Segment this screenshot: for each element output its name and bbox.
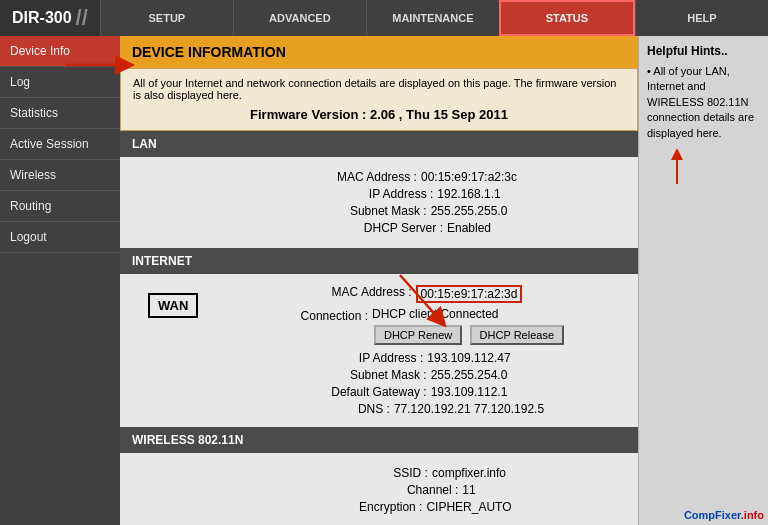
wireless-ssid-label: SSID : xyxy=(252,466,432,480)
sidebar-item-log[interactable]: Log xyxy=(0,67,120,98)
wan-label: WAN xyxy=(148,293,198,318)
top-nav: DIR-300 // SETUP ADVANCED MAINTENANCE ST… xyxy=(0,0,768,36)
wireless-channel-label: Channel : xyxy=(282,483,462,497)
dhcp-renew-button[interactable]: DHCP Renew xyxy=(374,325,462,345)
lan-ip-row: IP Address : 192.168.1.1 xyxy=(120,187,638,201)
device-info-title: DEVICE INFORMATION xyxy=(132,44,626,60)
device-info-body: All of your Internet and network connect… xyxy=(120,68,638,131)
internet-gateway-label: Default Gateway : xyxy=(251,385,431,399)
sidebar-item-device-info[interactable]: Device Info xyxy=(0,36,120,67)
wireless-section-body: SSID : compfixer.info Channel : 11 Encry… xyxy=(120,453,638,525)
brand-logo: DIR-300 // xyxy=(0,0,100,36)
nav-maintenance[interactable]: MAINTENANCE xyxy=(366,0,499,36)
internet-subnet-label: Subnet Mask : xyxy=(251,368,431,382)
lan-dhcp-value: Enabled xyxy=(447,221,491,235)
internet-dns-value: 77.120.192.21 77.120.192.5 xyxy=(394,402,544,416)
brand-name-red: .info xyxy=(741,509,764,521)
device-info-header: DEVICE INFORMATION xyxy=(120,36,638,68)
internet-dhcp-status: DHCP client Connected xyxy=(372,307,566,321)
internet-section: INTERNET MAC Address : 00:15:e9:17:a2:3d xyxy=(120,248,638,427)
wireless-section-header: WIRELESS 802.11N xyxy=(120,427,638,453)
content-area: DEVICE INFORMATION All of your Internet … xyxy=(120,36,638,525)
lan-section-body: MAC Address : 00:15:e9:17:a2:3c IP Addre… xyxy=(120,157,638,248)
internet-ip-label: IP Address : xyxy=(247,351,427,365)
lan-mac-value: 00:15:e9:17:a2:3c xyxy=(421,170,517,184)
brand-name-blue: CompFixer xyxy=(684,509,741,521)
nav-setup[interactable]: SETUP xyxy=(100,0,233,36)
sidebar-item-statistics[interactable]: Statistics xyxy=(0,98,120,129)
internet-dns-label: DNS : xyxy=(214,402,394,416)
wireless-ssid-value: compfixer.info xyxy=(432,466,506,480)
help-content: • All of your LAN, Internet and WIRELESS… xyxy=(647,64,760,141)
lan-ip-label: IP Address : xyxy=(257,187,437,201)
arrow-up-icon xyxy=(647,149,707,189)
wireless-ssid-row: SSID : compfixer.info xyxy=(120,466,638,480)
compfixer-brand: CompFixer.info xyxy=(684,509,764,521)
internet-ip-value: 193.109.112.47 xyxy=(427,351,510,365)
lan-section: LAN MAC Address : 00:15:e9:17:a2:3c IP A… xyxy=(120,131,638,248)
internet-connection-label: Connection : xyxy=(192,307,372,323)
sidebar-item-active-session[interactable]: Active Session xyxy=(0,129,120,160)
lan-mac-row: MAC Address : 00:15:e9:17:a2:3c xyxy=(120,170,638,184)
internet-connection-value: DHCP client Connected DHCP Renew DHCP Re… xyxy=(372,307,566,347)
wireless-channel-row: Channel : 11 xyxy=(120,483,638,497)
nav-advanced[interactable]: ADVANCED xyxy=(233,0,366,36)
sidebar: Device Info Log Statistics Active Sessio… xyxy=(0,36,120,525)
help-title: Helpful Hints.. xyxy=(647,44,760,58)
internet-mac-label: MAC Address : xyxy=(236,285,416,303)
sidebar-item-logout[interactable]: Logout xyxy=(0,222,120,253)
wireless-channel-value: 11 xyxy=(462,483,475,497)
lan-ip-value: 192.168.1.1 xyxy=(437,187,500,201)
lan-section-header: LAN xyxy=(120,131,638,157)
main-layout: Device Info Log Statistics Active Sessio… xyxy=(0,36,768,525)
internet-gateway-row: Default Gateway : 193.109.112.1 xyxy=(120,385,638,399)
internet-dns-row: DNS : 77.120.192.21 77.120.192.5 xyxy=(120,402,638,416)
internet-subnet-value: 255.255.254.0 xyxy=(431,368,508,382)
brand-slash: // xyxy=(76,5,88,31)
internet-section-body: MAC Address : 00:15:e9:17:a2:3d Connecti… xyxy=(120,274,638,427)
lan-subnet-row: Subnet Mask : 255.255.255.0 xyxy=(120,204,638,218)
brand-model: DIR-300 xyxy=(12,9,72,27)
nav-status[interactable]: STATUS xyxy=(499,0,635,36)
lan-dhcp-row: DHCP Server : Enabled xyxy=(120,221,638,235)
sidebar-item-routing[interactable]: Routing xyxy=(0,191,120,222)
wireless-encryption-row: Encryption : CIPHER_AUTO xyxy=(120,500,638,514)
lan-mac-label: MAC Address : xyxy=(241,170,421,184)
nav-help[interactable]: HELP xyxy=(635,0,768,36)
internet-dhcp-buttons: DHCP Renew DHCP Release xyxy=(372,323,566,347)
internet-ip-row: IP Address : 193.109.112.47 xyxy=(120,351,638,365)
wireless-section: WIRELESS 802.11N SSID : compfixer.info C… xyxy=(120,427,638,525)
device-info-description: All of your Internet and network connect… xyxy=(133,77,625,101)
help-panel: Helpful Hints.. • All of your LAN, Inter… xyxy=(638,36,768,525)
internet-mac-highlighted: 00:15:e9:17:a2:3d xyxy=(416,285,523,303)
internet-subnet-row: Subnet Mask : 255.255.254.0 xyxy=(120,368,638,382)
lan-subnet-value: 255.255.255.0 xyxy=(431,204,508,218)
internet-gateway-value: 193.109.112.1 xyxy=(431,385,508,399)
wireless-encryption-label: Encryption : xyxy=(246,500,426,514)
firmware-version: Firmware Version : 2.06 , Thu 15 Sep 201… xyxy=(133,107,625,122)
internet-section-header: INTERNET xyxy=(120,248,638,274)
wireless-encryption-value: CIPHER_AUTO xyxy=(426,500,511,514)
dhcp-release-button[interactable]: DHCP Release xyxy=(470,325,564,345)
internet-mac-value: 00:15:e9:17:a2:3d xyxy=(416,285,523,303)
lan-dhcp-label: DHCP Server : xyxy=(267,221,447,235)
sidebar-item-wireless[interactable]: Wireless xyxy=(0,160,120,191)
lan-subnet-label: Subnet Mask : xyxy=(251,204,431,218)
